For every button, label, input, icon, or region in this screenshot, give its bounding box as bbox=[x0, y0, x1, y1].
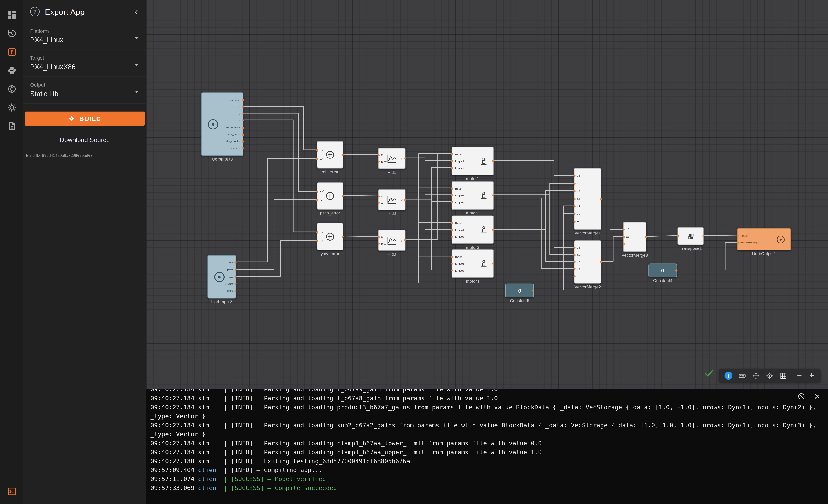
node-VectorMerge2[interactable]: x0x1x2x3+VectorMerge2 bbox=[574, 240, 602, 284]
port[interactable] bbox=[451, 201, 453, 203]
port[interactable] bbox=[677, 235, 679, 237]
node-pitch_error[interactable]: +x0-x1pitch_error bbox=[317, 182, 343, 210]
node-motor3[interactable]: ThrustTorque1Torque2motor3 bbox=[452, 216, 494, 244]
build-button[interactable]: BUILD bbox=[25, 112, 144, 126]
node-Transpose1[interactable]: Transpose1 bbox=[677, 227, 704, 245]
port[interactable] bbox=[574, 182, 576, 184]
port[interactable] bbox=[451, 262, 453, 264]
port[interactable] bbox=[737, 242, 739, 244]
clear-console-icon[interactable] bbox=[797, 392, 805, 401]
port[interactable] bbox=[242, 106, 244, 108]
node-Constant4[interactable]: 0Constant4 bbox=[649, 263, 677, 277]
port[interactable] bbox=[574, 190, 576, 192]
port[interactable] bbox=[235, 269, 237, 271]
download-source-link[interactable]: Download Source bbox=[57, 136, 113, 144]
port[interactable] bbox=[404, 199, 406, 201]
port[interactable] bbox=[242, 120, 244, 122]
probe-icon[interactable] bbox=[736, 369, 748, 381]
port[interactable] bbox=[737, 235, 739, 237]
port[interactable] bbox=[451, 269, 453, 271]
port[interactable] bbox=[574, 261, 576, 263]
port[interactable] bbox=[451, 236, 453, 238]
port[interactable] bbox=[404, 239, 406, 241]
port[interactable] bbox=[623, 228, 625, 230]
port[interactable] bbox=[235, 276, 237, 278]
port[interactable] bbox=[235, 262, 237, 264]
port[interactable] bbox=[404, 157, 406, 159]
help-icon[interactable]: ? bbox=[30, 7, 40, 16]
port[interactable] bbox=[451, 153, 453, 155]
port[interactable] bbox=[574, 247, 576, 249]
port[interactable] bbox=[378, 154, 380, 156]
port[interactable] bbox=[378, 243, 380, 245]
port[interactable] bbox=[574, 213, 576, 215]
port[interactable] bbox=[378, 161, 380, 163]
port[interactable] bbox=[600, 198, 602, 200]
port[interactable] bbox=[532, 290, 534, 292]
port[interactable] bbox=[451, 228, 453, 230]
port[interactable] bbox=[675, 269, 677, 271]
collapse-panel-icon[interactable]: ‹ bbox=[133, 8, 140, 15]
port[interactable] bbox=[702, 235, 704, 237]
node-UorbInput3[interactable]: device_idxyztemperatureerror_countclip_c… bbox=[201, 92, 243, 156]
platform-select[interactable]: Platform PX4_Linux bbox=[23, 23, 146, 50]
port[interactable] bbox=[242, 140, 244, 142]
port[interactable] bbox=[451, 256, 453, 258]
port[interactable] bbox=[316, 199, 318, 201]
node-Pid2[interactable]: xresetyPid2 bbox=[378, 189, 406, 210]
pan-icon[interactable] bbox=[750, 369, 762, 381]
port[interactable] bbox=[451, 195, 453, 197]
port[interactable] bbox=[623, 236, 625, 238]
target-select[interactable]: Target PX4_LinuxX86 bbox=[23, 50, 146, 77]
port[interactable] bbox=[378, 236, 380, 238]
port[interactable] bbox=[242, 127, 244, 129]
zoom-in-button[interactable]: + bbox=[806, 369, 817, 381]
port[interactable] bbox=[574, 175, 576, 177]
port[interactable] bbox=[492, 228, 494, 230]
history-icon[interactable] bbox=[5, 27, 18, 40]
zoom-out-button[interactable]: − bbox=[794, 369, 805, 381]
python-icon[interactable] bbox=[5, 64, 18, 76]
port[interactable] bbox=[316, 158, 318, 160]
port[interactable] bbox=[574, 275, 576, 277]
port[interactable] bbox=[492, 160, 494, 162]
node-yaw_error[interactable]: +x0-x1yaw_error bbox=[317, 223, 343, 250]
port[interactable] bbox=[451, 187, 453, 190]
diagram-canvas[interactable]: device_idxyztemperatureerror_countclip_c… bbox=[146, 0, 828, 389]
port[interactable] bbox=[645, 236, 647, 238]
wheel-icon[interactable] bbox=[5, 83, 18, 95]
grid-icon[interactable] bbox=[777, 369, 789, 381]
node-Constant5[interactable]: 0Constant5 bbox=[505, 284, 534, 297]
port[interactable] bbox=[316, 231, 318, 233]
script-icon[interactable] bbox=[5, 119, 18, 132]
settings-icon[interactable] bbox=[5, 101, 18, 114]
port[interactable] bbox=[235, 283, 237, 285]
port[interactable] bbox=[451, 160, 453, 162]
port[interactable] bbox=[574, 254, 576, 256]
node-motor2[interactable]: ThrustTorque1Torque2motor2 bbox=[452, 181, 494, 210]
port[interactable] bbox=[451, 222, 453, 224]
node-UorbOutput1[interactable]: controlreversible_flagsUorbOutput1 bbox=[737, 228, 791, 250]
port[interactable] bbox=[378, 195, 380, 197]
port[interactable] bbox=[316, 191, 318, 193]
port[interactable] bbox=[574, 198, 576, 200]
port[interactable] bbox=[242, 133, 244, 135]
port[interactable] bbox=[316, 149, 318, 151]
port[interactable] bbox=[342, 154, 344, 156]
node-UorbInput2[interactable]: rollpitchyawthrottleflapsUorbInput2 bbox=[207, 255, 236, 298]
port[interactable] bbox=[574, 268, 576, 270]
node-motor4[interactable]: ThrustTorque1Torque2motor4 bbox=[452, 249, 494, 278]
port[interactable] bbox=[451, 167, 453, 169]
node-roll_error[interactable]: +x0-x1roll_error bbox=[317, 141, 343, 168]
port[interactable] bbox=[342, 236, 344, 238]
target-icon[interactable] bbox=[763, 369, 776, 381]
port[interactable] bbox=[378, 202, 380, 204]
port[interactable] bbox=[342, 195, 344, 197]
port[interactable] bbox=[623, 243, 625, 245]
port[interactable] bbox=[242, 113, 244, 115]
port[interactable] bbox=[316, 240, 318, 242]
export-icon[interactable] bbox=[5, 45, 18, 58]
close-console-icon[interactable] bbox=[813, 392, 821, 401]
port[interactable] bbox=[574, 220, 576, 222]
port[interactable] bbox=[574, 206, 576, 208]
